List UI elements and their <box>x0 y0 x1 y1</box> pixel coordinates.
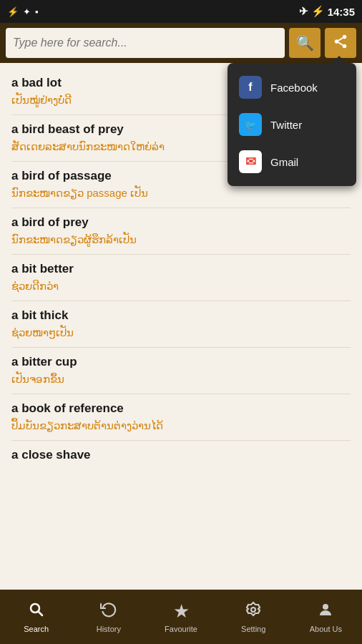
nav-label-setting: Setting <box>241 625 265 633</box>
status-bar: ⚡ ✦ ▪ ✈ ⚡ 14:35 <box>0 0 362 23</box>
svg-line-6 <box>38 611 42 615</box>
twitter-label: Twitter <box>270 119 302 131</box>
nav-item-search[interactable]: Search <box>0 590 72 644</box>
lao-term: ເປັນຈອກຂຶ້ນ <box>11 371 351 386</box>
battery-icon: ⚡ <box>311 5 325 18</box>
time-display: 14:35 <box>328 6 355 18</box>
dict-entry[interactable]: a bit better ຊ່ວຍດີກວ່າ <box>11 255 351 301</box>
search-input[interactable] <box>13 36 278 49</box>
dict-entry[interactable]: a close shave <box>11 441 351 472</box>
nav-item-setting[interactable]: Setting <box>217 590 290 644</box>
lao-term: ຊ່ວຍດີກວ່າ <box>11 278 351 293</box>
svg-point-8 <box>323 604 328 610</box>
search-input-wrapper[interactable] <box>6 28 285 58</box>
nav-item-about[interactable]: About Us <box>290 590 362 644</box>
search-bar: 🔍 <box>0 23 362 63</box>
svg-point-7 <box>251 608 255 612</box>
svg-line-3 <box>338 42 343 45</box>
nav-label-history: History <box>97 625 121 633</box>
sd-icon: ▪ <box>35 6 39 17</box>
english-term: a bitter cup <box>11 355 351 369</box>
dropbox-icon: ✦ <box>23 6 31 17</box>
share-dropdown: f Facebook 🐦 Twitter ✉ Gmail <box>228 63 356 186</box>
svg-point-0 <box>343 34 347 39</box>
english-term: a bird of prey <box>11 215 351 230</box>
lao-term: ນົກຂະໜາດຂຽວ passage ເປັນ <box>11 185 351 200</box>
status-icons-left: ⚡ ✦ ▪ <box>7 6 39 17</box>
dict-entry[interactable]: a bird of prey ນົກຂະໜາດຂຽວຜູ້ຮຶກລ້າເປັນ <box>11 208 351 255</box>
dropdown-arrow <box>332 56 346 63</box>
svg-point-1 <box>335 39 339 44</box>
search-magnifier-icon: 🔍 <box>296 34 314 52</box>
english-term: a close shave <box>11 448 351 462</box>
english-term: a bit better <box>11 262 351 276</box>
search-nav-icon <box>28 601 45 623</box>
dict-entry[interactable]: a bit thick ຊ່ວຍໜາໆເປັນ <box>11 301 351 348</box>
status-icons-right: ✈ ⚡ 14:35 <box>299 5 355 18</box>
nav-label-favourite: Favourite <box>165 625 197 633</box>
search-button[interactable]: 🔍 <box>289 28 321 58</box>
share-button[interactable] <box>325 28 356 58</box>
favourite-nav-icon: ★ <box>173 600 190 623</box>
history-nav-icon <box>100 601 117 623</box>
twitter-share-item[interactable]: 🐦 Twitter <box>228 106 356 143</box>
english-term: a book of reference <box>11 401 351 416</box>
facebook-label: Facebook <box>270 82 318 94</box>
english-term: a bit thick <box>11 308 351 323</box>
bottom-nav: Search History ★ Favourite Setting <box>0 590 362 644</box>
lao-term: ນົກຂະໜາດຂຽວຜູ້ຮຶກລ້າເປັນ <box>11 232 351 247</box>
twitter-icon: 🐦 <box>239 113 262 136</box>
gmail-share-item[interactable]: ✉ Gmail <box>228 143 356 180</box>
about-nav-icon <box>317 601 334 623</box>
lao-term: ຊ່ວຍໜາໆເປັນ <box>11 325 351 340</box>
nav-label-about: About Us <box>310 625 342 633</box>
dict-entry[interactable]: a bitter cup ເປັນຈອກຂຶ້ນ <box>11 348 351 394</box>
facebook-share-item[interactable]: f Facebook <box>228 69 356 106</box>
nav-label-search: Search <box>24 625 49 633</box>
airplane-icon: ✈ <box>299 5 308 18</box>
share-icon <box>333 34 348 53</box>
gmail-label: Gmail <box>270 156 298 168</box>
lao-term: ປຶ້ມບັນຂຽວກະສາບຕ້ານຕ່າງວ່ານໄດ້ <box>11 418 351 433</box>
svg-line-4 <box>338 37 343 40</box>
svg-point-2 <box>343 44 347 47</box>
dict-entry[interactable]: a book of reference ປຶ້ມບັນຂຽວກະສາບຕ້ານຕ… <box>11 394 351 441</box>
nav-item-favourite[interactable]: ★ Favourite <box>145 590 217 644</box>
setting-nav-icon <box>245 601 262 623</box>
nav-item-history[interactable]: History <box>72 590 145 644</box>
gmail-icon: ✉ <box>239 150 262 173</box>
facebook-icon: f <box>239 76 262 99</box>
usb-icon: ⚡ <box>7 6 19 17</box>
